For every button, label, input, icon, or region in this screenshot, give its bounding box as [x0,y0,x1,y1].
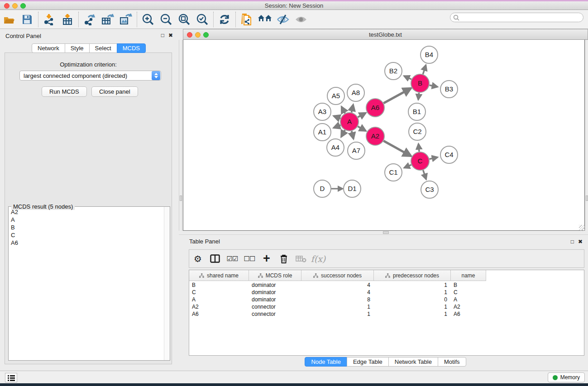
delete-column-button[interactable] [275,251,292,267]
cell-successor-nodes: 1 [301,310,374,318]
float-panel-icon[interactable]: □ [571,238,574,245]
edge-A2-C[interactable] [383,141,411,156]
close-panel-button[interactable]: Close panel [91,86,138,97]
memory-button[interactable]: Memory [548,372,585,382]
select-all-button[interactable]: ☑☑ [224,251,241,267]
export-table-button[interactable] [99,11,117,28]
column-header-shared-name[interactable]: shared name [189,270,249,281]
cell-name: C [451,289,486,296]
column-header-successor-nodes[interactable]: successor nodes [301,270,374,281]
search-input[interactable] [450,13,583,22]
save-floppy-icon [22,14,32,24]
float-panel-icon[interactable]: □ [161,32,164,38]
task-history-button[interactable] [5,373,17,382]
tab-network[interactable]: Network [32,43,65,53]
column-header-predecessor-nodes[interactable]: predecessor nodes [374,270,451,281]
edge-B-B3[interactable] [430,85,438,87]
attribute-tree-icon [385,273,390,278]
edge-A-A2[interactable] [358,126,366,131]
network-canvas[interactable]: AA1A2A3A4A5A6A7A8BB1B2B3B4CC1C2C3C4DD1 [183,40,585,231]
edge-B-B1[interactable] [418,93,419,100]
export-network-button[interactable] [81,11,99,28]
result-item[interactable]: B [9,224,164,231]
edge-A-A3[interactable] [334,116,340,118]
table-row[interactable]: Cdominator41C [189,289,584,296]
tab-mcds[interactable]: MCDS [117,43,146,53]
network-zoom-button[interactable] [203,32,209,38]
run-mcds-button[interactable]: Run MCDS [42,86,87,97]
result-item[interactable]: C [9,231,164,239]
zoom-in-button[interactable] [139,11,157,28]
close-panel-icon[interactable]: ✖ [168,32,173,38]
edge-A-A1[interactable] [334,125,340,128]
export-table-icon [101,14,114,25]
column-header-MCDS-role[interactable]: MCDS role [249,270,301,281]
tab-select[interactable]: Select [89,43,117,53]
hide-view-button[interactable] [274,11,292,28]
close-panel-icon[interactable]: ✖ [578,238,583,245]
edge-B-B4[interactable] [423,65,425,74]
table-row[interactable]: Bdominator41B [189,281,584,289]
horizontal-splitter[interactable] [179,231,588,235]
edge-C-C2[interactable] [418,144,419,152]
graph-node-label: A [347,118,352,125]
zoom-out-button[interactable] [157,11,175,28]
cell-predecessor-nodes: 1 [374,303,451,310]
edge-A-A5[interactable] [342,107,345,114]
zoom-fit-button[interactable] [175,11,193,28]
right-splitter[interactable] [585,40,588,231]
new-network-from-selection-button[interactable] [238,11,256,28]
network-minimize-button[interactable] [195,32,201,38]
edge-A-A6[interactable] [358,113,365,117]
edge-C-C1[interactable] [404,165,411,168]
network-close-button[interactable] [187,32,192,38]
create-column-button[interactable]: + [258,251,275,267]
zoom-selected-button[interactable] [193,11,211,28]
tab-node-table[interactable]: Node Table [305,357,347,367]
result-scrollbar[interactable] [164,207,170,360]
edge-C-C3[interactable] [423,170,426,179]
result-item[interactable]: A [9,216,164,224]
left-splitter[interactable] [179,40,182,231]
tab-motifs[interactable]: Motifs [438,357,466,367]
edge-A6-B[interactable] [383,88,411,103]
edge-A-A8[interactable] [351,105,353,112]
refresh-button[interactable] [215,11,234,28]
close-window-button[interactable] [4,3,10,9]
graph-node-label: A8 [352,89,360,96]
table-row[interactable]: Adominator80A [189,296,584,303]
column-header-name[interactable]: name [451,270,486,281]
deselect-all-button[interactable]: ☐☐ [241,251,258,267]
eye-slash-icon [276,14,290,25]
graph-node-label: C3 [425,186,434,193]
tab-network-table[interactable]: Network Table [388,357,438,367]
minimize-window-button[interactable] [12,3,18,9]
show-all-views-button[interactable] [256,11,274,28]
splitter-thumb[interactable] [180,195,182,201]
export-image-button[interactable] [117,11,135,28]
table-settings-button[interactable]: ⚙ [189,251,206,267]
import-network-button[interactable] [40,11,58,28]
zoom-window-button[interactable] [20,3,26,9]
table-row[interactable]: A2connector11A2 [189,303,584,310]
open-session-button[interactable] [0,11,18,28]
criterion-dropdown[interactable]: largest connected component (directed) [19,71,161,81]
splitter-thumb[interactable] [383,231,389,234]
edge-A-A7[interactable] [352,131,354,138]
result-item[interactable]: A6 [9,239,164,247]
tab-edge-table[interactable]: Edge Table [347,357,389,367]
import-table-button[interactable] [58,11,76,28]
table-panel-mode-button[interactable] [206,251,224,267]
edge-C-C4[interactable] [430,157,438,159]
edge-B-B2[interactable] [404,76,411,79]
table-row[interactable]: A6connector11A6 [189,310,584,318]
edge-A-A4[interactable] [341,130,345,137]
tab-style[interactable]: Style [65,43,90,53]
show-view-button[interactable] [292,11,310,28]
result-item[interactable]: A2 [9,208,164,216]
resize-grip-icon[interactable] [579,225,585,231]
save-session-button[interactable] [18,11,36,28]
function-builder-button: f(x) [310,251,327,267]
session-title: Session: New Session [265,2,323,9]
splitter-thumb[interactable] [586,195,588,201]
